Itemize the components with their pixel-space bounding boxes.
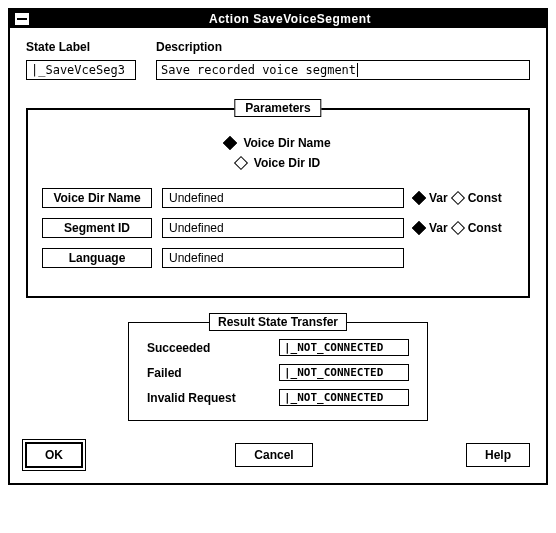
button-row: OK Cancel Help [26,443,530,467]
param-value-voice-dir-name[interactable]: Undefined [162,188,404,208]
result-row-succeeded: Succeeded |_NOT_CONNECTED [147,339,409,356]
dialog-content: State Label |_SaveVceSeg3 Description Sa… [10,28,546,483]
param-value-segment-id[interactable]: Undefined [162,218,404,238]
const-label: Const [468,191,502,205]
const-label: Const [468,221,502,235]
state-label-value: |_SaveVceSeg3 [31,63,125,77]
result-label-failed: Failed [147,366,182,380]
window-menu-icon[interactable] [14,12,30,26]
result-title: Result State Transfer [209,313,347,331]
result-value: |_NOT_CONNECTED [284,366,383,379]
radio-voice-dir-name[interactable]: Voice Dir Name [225,136,330,150]
result-field-invalid[interactable]: |_NOT_CONNECTED [279,389,409,406]
description-header: Description [156,40,530,54]
varconst-voice-dir-name: Var Const [414,191,514,205]
var-label: Var [429,221,448,235]
radio-voice-dir-id[interactable]: Voice Dir ID [236,156,320,170]
radio-voice-dir-id-label: Voice Dir ID [254,156,320,170]
state-label-header: State Label [26,40,136,54]
diamond-empty-icon[interactable] [451,221,465,235]
voice-dir-mode-radios: Voice Dir Name Voice Dir ID [42,136,514,170]
parameters-title: Parameters [234,99,321,117]
state-label-input[interactable]: |_SaveVceSeg3 [26,60,136,80]
diamond-filled-icon [223,136,237,150]
param-row-voice-dir-name: Voice Dir Name Undefined Var Const [42,188,514,208]
param-text: Undefined [169,221,224,235]
help-button[interactable]: Help [466,443,530,467]
result-value: |_NOT_CONNECTED [284,391,383,404]
dialog-window: Action SaveVoiceSegment State Label |_Sa… [8,8,548,485]
param-text: Undefined [169,251,224,265]
result-row-failed: Failed |_NOT_CONNECTED [147,364,409,381]
result-value: |_NOT_CONNECTED [284,341,383,354]
param-row-language: Language Undefined [42,248,514,268]
diamond-empty-icon [234,156,248,170]
header-row: State Label |_SaveVceSeg3 Description Sa… [26,40,530,80]
text-caret-icon [357,63,358,77]
diamond-empty-icon[interactable] [451,191,465,205]
diamond-filled-icon[interactable] [412,191,426,205]
result-field-failed[interactable]: |_NOT_CONNECTED [279,364,409,381]
result-row-invalid: Invalid Request |_NOT_CONNECTED [147,389,409,406]
description-value: Save recorded voice segment [161,63,356,77]
result-label-succeeded: Succeeded [147,341,210,355]
param-label-language[interactable]: Language [42,248,152,268]
description-input[interactable]: Save recorded voice segment [156,60,530,80]
result-state-transfer-group: Result State Transfer Succeeded |_NOT_CO… [128,322,428,421]
param-row-segment-id: Segment ID Undefined Var Const [42,218,514,238]
result-label-invalid: Invalid Request [147,391,236,405]
param-value-language[interactable]: Undefined [162,248,404,268]
varconst-segment-id: Var Const [414,221,514,235]
var-label: Var [429,191,448,205]
parameters-group: Parameters Voice Dir Name Voice Dir ID V… [26,108,530,298]
cancel-button[interactable]: Cancel [235,443,312,467]
titlebar: Action SaveVoiceSegment [10,10,546,28]
param-label-voice-dir-name[interactable]: Voice Dir Name [42,188,152,208]
param-text: Undefined [169,191,224,205]
result-field-succeeded[interactable]: |_NOT_CONNECTED [279,339,409,356]
diamond-filled-icon[interactable] [412,221,426,235]
window-title: Action SaveVoiceSegment [38,12,542,26]
param-label-segment-id[interactable]: Segment ID [42,218,152,238]
radio-voice-dir-name-label: Voice Dir Name [243,136,330,150]
ok-button[interactable]: OK [26,443,82,467]
